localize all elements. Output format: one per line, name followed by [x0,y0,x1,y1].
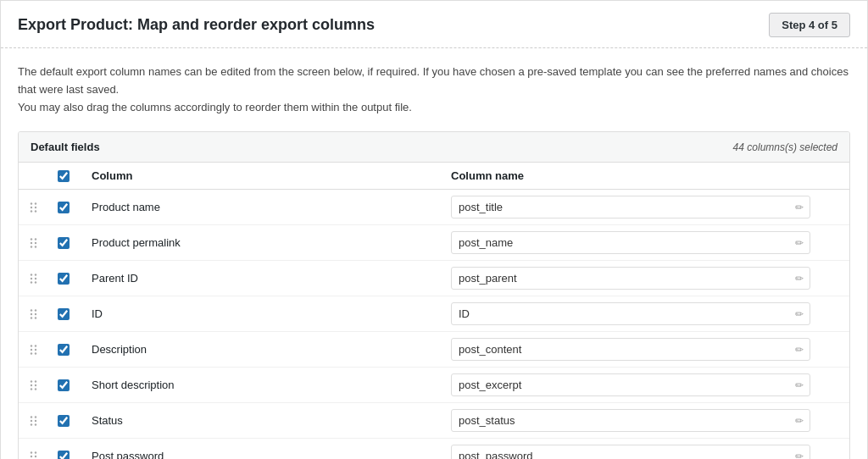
svg-point-16 [35,278,36,279]
row-checkbox-cell[interactable] [58,379,92,391]
column-name-input[interactable] [451,445,810,459]
row-checkbox-cell[interactable] [58,273,92,285]
step-badge: Step 4 of 5 [769,13,850,37]
table-section-title: Default fields [31,141,100,153]
svg-point-39 [35,416,36,418]
row-checkbox[interactable] [58,451,70,459]
edit-icon[interactable]: ✏ [795,415,804,427]
column-label: Product permalink [92,236,451,249]
edit-icon[interactable]: ✏ [795,202,804,213]
svg-point-32 [31,388,32,390]
column-label: Short description [92,379,451,391]
column-name-input-wrapper: ✏ [451,373,810,396]
column-label: Status [92,414,451,427]
row-checkbox[interactable] [58,273,70,285]
drag-handle[interactable] [27,450,58,459]
column-name-input[interactable] [451,409,810,432]
column-name-input[interactable] [451,373,810,396]
svg-point-15 [35,274,36,275]
svg-point-22 [35,313,36,315]
svg-point-18 [31,309,32,311]
page-title: Export Product: Map and reorder export c… [18,16,375,34]
row-checkbox-cell[interactable] [58,202,92,213]
svg-point-40 [35,420,36,422]
svg-point-25 [31,349,32,351]
column-label: Parent ID [92,272,451,285]
table-row: Description ✏ [19,332,849,368]
table-rows-container: Product name ✏ Product permali [19,190,849,459]
table-row: Product permalink ✏ [19,225,849,261]
description-text: The default export column names can be e… [18,64,850,116]
row-checkbox[interactable] [58,237,70,249]
svg-point-19 [31,313,32,315]
row-checkbox-cell[interactable] [58,451,92,459]
svg-point-29 [35,352,36,354]
svg-point-26 [31,352,32,354]
column-name-input-wrapper: ✏ [451,231,810,254]
row-checkbox-cell[interactable] [58,308,92,320]
drag-handle[interactable] [27,201,58,214]
svg-point-28 [35,349,36,351]
table-row: Short description ✏ [19,368,849,403]
drag-handle[interactable] [27,379,58,392]
svg-point-42 [31,451,32,453]
table-section-header: Default fields 44 columns(s) selected [19,132,849,163]
svg-point-9 [35,238,36,240]
column-name-input-wrapper: ✏ [451,302,810,325]
column-label: Post password [92,450,451,459]
svg-point-24 [31,345,32,346]
row-checkbox-cell[interactable] [58,344,92,356]
svg-point-4 [35,207,36,208]
column-name-input[interactable] [451,338,810,361]
svg-point-20 [31,317,32,318]
svg-point-11 [35,246,36,247]
svg-point-1 [31,207,32,208]
select-all-checkbox[interactable] [58,170,70,182]
svg-point-7 [31,242,32,244]
svg-point-23 [35,317,36,318]
row-checkbox[interactable] [58,344,70,356]
svg-point-14 [31,281,32,283]
edit-icon[interactable]: ✏ [795,379,804,391]
table-row: Post password ✏ [19,439,849,459]
svg-point-45 [35,451,36,453]
header-checkbox-cell[interactable] [58,170,92,182]
column-name-input[interactable] [451,196,810,218]
drag-handle[interactable] [27,343,58,357]
edit-icon[interactable]: ✏ [795,273,804,285]
column-header-row: Column Column name [19,163,849,190]
svg-point-43 [31,456,32,457]
svg-point-12 [31,274,32,275]
row-checkbox[interactable] [58,308,70,320]
svg-point-38 [31,423,32,425]
row-checkbox[interactable] [58,415,70,427]
edit-icon[interactable]: ✏ [795,344,804,356]
svg-point-31 [31,384,32,386]
svg-point-36 [31,416,32,418]
drag-handle[interactable] [27,414,58,428]
table-row: Parent ID ✏ [19,261,849,296]
svg-point-46 [35,456,36,457]
drag-handle[interactable] [27,236,58,250]
row-checkbox-cell[interactable] [58,415,92,427]
col-header-name: Column name [451,169,810,182]
drag-handle[interactable] [27,307,58,321]
svg-point-2 [31,210,32,212]
row-checkbox-cell[interactable] [58,237,92,249]
table-row: Status ✏ [19,403,849,439]
column-name-input[interactable] [451,302,810,325]
edit-icon[interactable]: ✏ [795,451,804,459]
table-row: Product name ✏ [19,190,849,225]
row-checkbox[interactable] [58,379,70,391]
edit-icon[interactable]: ✏ [795,237,804,249]
edit-icon[interactable]: ✏ [795,308,804,320]
column-name-input-wrapper: ✏ [451,338,810,361]
svg-point-21 [35,309,36,311]
svg-point-33 [35,380,36,382]
svg-point-27 [35,345,36,346]
row-checkbox[interactable] [58,202,70,213]
drag-handle[interactable] [27,272,58,285]
column-name-input[interactable] [451,231,810,254]
svg-point-41 [35,423,36,425]
column-name-input[interactable] [451,267,810,290]
